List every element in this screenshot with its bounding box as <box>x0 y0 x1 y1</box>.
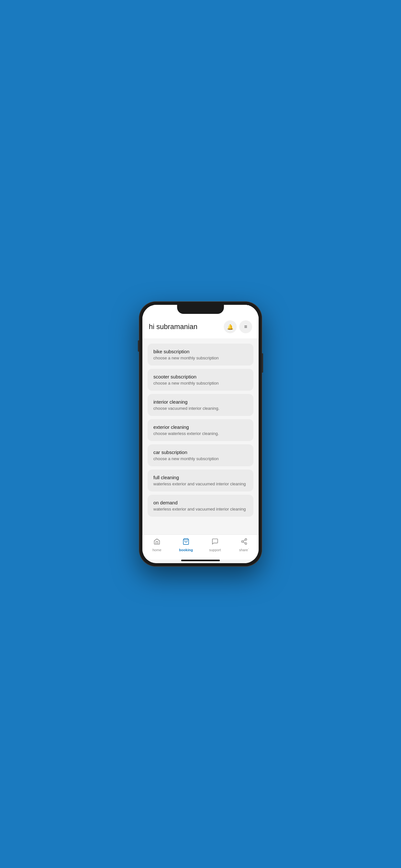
exterior-cleaning-subtitle: choose waterless exterior cleaning. <box>153 431 248 436</box>
interior-cleaning-card[interactable]: interior cleaning choose vacuumed interi… <box>148 394 253 416</box>
nav-support[interactable]: support <box>205 538 225 552</box>
nav-share[interactable]: share` <box>235 538 254 552</box>
car-subscription-title: car subscription <box>153 450 248 455</box>
support-icon <box>212 538 219 547</box>
interior-cleaning-title: interior cleaning <box>153 399 248 405</box>
bike-subscription-subtitle: choose a new monthly subscription <box>153 355 248 361</box>
home-icon <box>153 538 160 547</box>
bike-subscription-title: bike subscription <box>153 349 248 354</box>
header-actions: 🔔 ≡ <box>224 320 252 333</box>
service-list: bike subscription choose a new monthly s… <box>143 338 258 534</box>
hamburger-icon: ≡ <box>244 324 247 330</box>
exterior-cleaning-card[interactable]: exterior cleaning choose waterless exter… <box>148 419 253 441</box>
notification-button[interactable]: 🔔 <box>224 320 237 333</box>
scooter-subscription-title: scooter subscription <box>153 374 248 379</box>
bell-icon: 🔔 <box>227 324 234 330</box>
exterior-cleaning-title: exterior cleaning <box>153 424 248 430</box>
home-indicator <box>181 560 220 561</box>
phone-screen: hi subramanian 🔔 ≡ bike subscription cho… <box>143 305 258 563</box>
app-screen: hi subramanian 🔔 ≡ bike subscription cho… <box>143 305 258 563</box>
car-subscription-subtitle: choose a new monthly subscription <box>153 456 248 461</box>
scooter-subscription-card[interactable]: scooter subscription choose a new monthl… <box>148 369 253 391</box>
on-demand-card[interactable]: on demand waterless exterior and vacuume… <box>148 495 253 517</box>
interior-cleaning-subtitle: choose vacuumed interior cleaning. <box>153 406 248 411</box>
scooter-subscription-subtitle: choose a new monthly subscription <box>153 381 248 385</box>
bottom-navigation: home booking <box>143 534 258 560</box>
on-demand-title: on demand <box>153 500 248 505</box>
scroll-spacer <box>148 520 253 523</box>
svg-line-4 <box>243 542 245 543</box>
nav-booking[interactable]: booking <box>176 538 196 552</box>
greeting-text: hi subramanian <box>149 322 197 331</box>
support-label: support <box>209 548 221 552</box>
home-label: home <box>152 548 161 552</box>
phone-frame: hi subramanian 🔔 ≡ bike subscription cho… <box>139 302 262 566</box>
booking-icon <box>182 538 189 547</box>
full-cleaning-title: full cleaning <box>153 475 248 480</box>
share-label: share` <box>239 548 249 552</box>
bike-subscription-card[interactable]: bike subscription choose a new monthly s… <box>148 344 253 366</box>
nav-home[interactable]: home <box>147 538 166 552</box>
share-icon <box>241 538 248 547</box>
full-cleaning-card[interactable]: full cleaning waterless exterior and vac… <box>148 469 253 492</box>
on-demand-subtitle: waterless exterior and vacuumed interior… <box>153 507 248 512</box>
car-subscription-card[interactable]: car subscription choose a new monthly su… <box>148 444 253 466</box>
notch <box>177 305 224 314</box>
menu-button[interactable]: ≡ <box>239 320 252 333</box>
full-cleaning-subtitle: waterless exterior and vacuumed interior… <box>153 482 248 486</box>
svg-line-5 <box>243 540 245 541</box>
booking-label: booking <box>179 548 193 552</box>
